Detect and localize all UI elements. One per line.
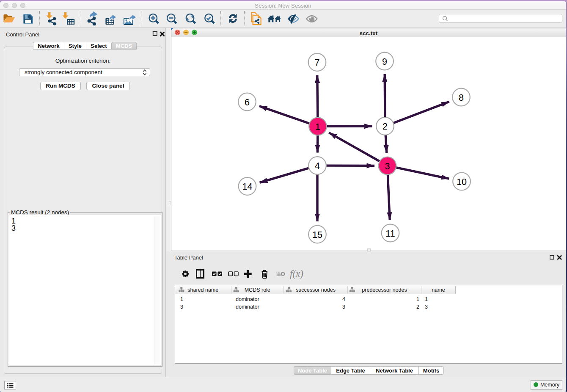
svg-text:2: 2 (383, 121, 388, 132)
svg-text:9: 9 (382, 56, 387, 66)
svg-text:1: 1 (315, 121, 320, 132)
svg-text:8: 8 (459, 92, 464, 102)
svg-text:4: 4 (315, 161, 320, 171)
svg-text:6: 6 (245, 97, 250, 107)
svg-text:3: 3 (385, 161, 390, 171)
svg-text:15: 15 (312, 229, 322, 240)
svg-text:10: 10 (457, 177, 467, 187)
svg-text:7: 7 (315, 58, 320, 68)
svg-text:14: 14 (242, 182, 253, 192)
svg-text:11: 11 (385, 228, 395, 238)
svg-text:f(x): f(x) (290, 268, 303, 279)
